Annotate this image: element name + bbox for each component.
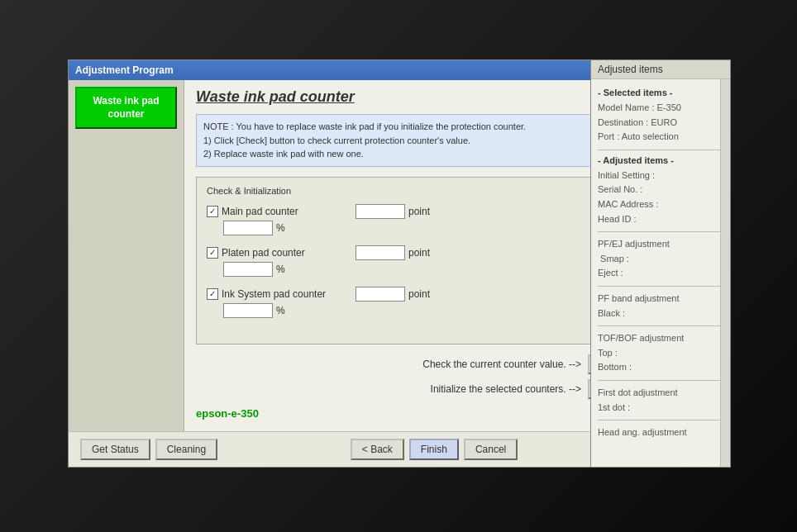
main-pad-counter-row: ✓ Main pad counter point %: [207, 204, 635, 235]
top-item: Top :: [598, 346, 723, 361]
platen-pad-checkbox[interactable]: ✓: [207, 247, 218, 259]
model-name-value: E-350: [657, 102, 681, 112]
window-body: Waste ink pad counter Waste ink pad coun…: [69, 80, 657, 431]
epson-label: epson-e-350: [196, 407, 646, 420]
model-name-label: Model Name :: [598, 102, 657, 112]
pf-ej-item: PF/EJ adjustment: [598, 237, 723, 252]
head-id-label: Head ID :: [598, 214, 636, 224]
platen-pad-point-unit: point: [408, 247, 430, 259]
window-title: Adjustment Program: [75, 64, 174, 76]
pf-band-label: PF band adjustment: [598, 293, 679, 303]
main-pad-percent-unit: %: [276, 222, 285, 234]
bottom-item: Bottom :: [598, 360, 723, 375]
selected-items-header: - Selected items -: [598, 88, 723, 97]
platen-pad-counter-row: ✓ Platen pad counter point %: [207, 245, 635, 277]
destination-item: Destination : EURO: [598, 116, 723, 131]
mac-address-item: MAC Address :: [598, 197, 723, 212]
head-ang-label: Head ang. adjustment: [598, 427, 687, 437]
initialize-action-label: Initialize the selected counters. -->: [196, 383, 581, 395]
rp-divider-5: [598, 380, 723, 381]
waste-ink-pad-counter-button[interactable]: Waste ink pad counter: [75, 87, 177, 129]
ink-system-pad-point-unit: point: [408, 288, 430, 300]
eject-label: Eject :: [598, 268, 623, 278]
get-status-button[interactable]: Get Status: [80, 439, 150, 460]
pf-ej-label: PF/EJ adjustment: [598, 239, 670, 249]
adjusted-items-header: - Adjusted items -: [598, 155, 723, 165]
tof-bof-label: TOF/BOF adjustment: [598, 333, 684, 343]
port-item: Port : Auto selection: [598, 130, 723, 145]
eject-item: Eject :: [598, 266, 723, 281]
smap-item: Smap :: [598, 252, 723, 267]
check-init-group: Check & Initialization ✓ Main pad counte…: [196, 177, 646, 345]
smap-label: Smap :: [600, 254, 629, 264]
title-bar: Adjustment Program ✕: [69, 60, 657, 80]
bottom-bar: Get Status Cleaning < Back Finish Cancel: [69, 431, 657, 467]
port-value: Auto selection: [622, 131, 679, 141]
check-action-row: Check the current counter value. --> Che…: [196, 354, 646, 374]
main-content: Waste ink pad counter NOTE : You have to…: [184, 80, 657, 431]
ink-system-pad-counter-row: ✓ Ink System pad counter point %: [207, 287, 635, 318]
note-box: NOTE : You have to replace waste ink pad…: [196, 114, 646, 167]
initial-setting-item: Initial Setting :: [598, 169, 723, 183]
top-label: Top :: [598, 348, 618, 358]
right-panel: Adjusted items - Selected items - Model …: [590, 59, 731, 468]
note-line-1: NOTE : You have to replace waste ink pad…: [203, 120, 638, 134]
ink-system-pad-percent-input[interactable]: [223, 303, 273, 318]
main-pad-counter-label[interactable]: ✓ Main pad counter: [207, 206, 356, 217]
bottom-btn-spacer: < Back Finish Cancel: [222, 439, 646, 460]
note-line-3: 2) Replace waste ink pad with new one.: [203, 147, 638, 161]
cancel-button[interactable]: Cancel: [464, 439, 518, 460]
platen-pad-percent-unit: %: [276, 264, 285, 275]
ink-system-pad-checkbox[interactable]: ✓: [207, 288, 218, 300]
right-panel-title: Adjusted items: [591, 60, 730, 79]
rp-divider-2: [598, 231, 723, 232]
serial-no-item: Serial No. :: [598, 183, 723, 197]
main-pad-point-input[interactable]: [356, 204, 405, 219]
bottom-label: Bottom :: [598, 362, 632, 372]
group-title: Check & Initialization: [207, 186, 635, 196]
right-panel-body: - Selected items - Model Name : E-350 De…: [591, 79, 730, 467]
destination-label: Destination :: [598, 117, 651, 127]
first-dot-value-label: 1st dot :: [598, 402, 630, 412]
port-label: Port :: [598, 131, 622, 141]
rp-divider-1: [598, 150, 723, 150]
black-item: Black :: [598, 306, 723, 321]
page-title: Waste ink pad counter: [196, 88, 646, 106]
platen-pad-counter-text: Platen pad counter: [222, 247, 305, 259]
cleaning-button[interactable]: Cleaning: [155, 439, 217, 460]
first-dot-value-item: 1st dot :: [598, 401, 723, 416]
first-dot-item: First dot adjustment: [598, 386, 723, 401]
main-window: Adjustment Program ✕ Waste ink pad count…: [68, 59, 658, 468]
rp-divider-4: [598, 325, 723, 326]
tof-bof-item: TOF/BOF adjustment: [598, 331, 723, 346]
destination-value: EURO: [651, 117, 677, 127]
check-action-label: Check the current counter value. -->: [196, 359, 581, 370]
pf-band-item: PF band adjustment: [598, 292, 723, 306]
ink-system-pad-counter-label[interactable]: ✓ Ink System pad counter: [207, 288, 356, 300]
mac-address-label: MAC Address :: [598, 199, 658, 209]
main-pad-point-unit: point: [408, 206, 430, 217]
model-name-item: Model Name : E-350: [598, 101, 723, 116]
head-ang-item: Head ang. adjustment: [598, 425, 723, 440]
ink-system-pad-point-input[interactable]: [356, 287, 405, 302]
main-pad-counter-text: Main pad counter: [222, 206, 298, 217]
black-label: Black :: [598, 308, 625, 318]
main-pad-checkbox[interactable]: ✓: [207, 206, 218, 217]
main-pad-percent-input[interactable]: [223, 221, 273, 235]
rp-divider-6: [598, 420, 723, 420]
platen-pad-point-input[interactable]: [356, 245, 405, 260]
back-button[interactable]: < Back: [351, 439, 404, 460]
rp-divider-3: [598, 286, 723, 287]
head-id-item: Head ID :: [598, 212, 723, 227]
note-line-2: 1) Click [Check] button to check current…: [203, 134, 638, 148]
ink-system-pad-counter-text: Ink System pad counter: [222, 288, 326, 300]
platen-pad-percent-input[interactable]: [223, 262, 273, 277]
right-panel-scrollbar[interactable]: [720, 79, 730, 467]
finish-button[interactable]: Finish: [409, 439, 459, 460]
initial-setting-label: Initial Setting :: [598, 170, 655, 180]
serial-no-label: Serial No. :: [598, 184, 642, 194]
left-sidebar: Waste ink pad counter: [69, 80, 184, 431]
initialize-action-row: Initialize the selected counters. --> In…: [196, 379, 646, 399]
ink-system-pad-percent-unit: %: [276, 305, 285, 316]
platen-pad-counter-label[interactable]: ✓ Platen pad counter: [207, 247, 356, 259]
